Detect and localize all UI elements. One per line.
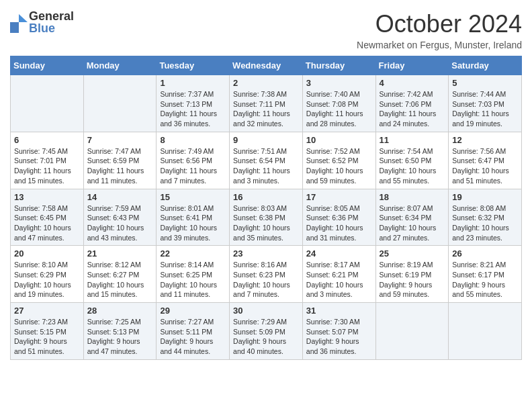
day-info: Sunrise: 8:07 AMSunset: 6:34 PMDaylight:… [380,204,437,242]
svg-marker-1 [19,14,28,22]
day-info: Sunrise: 7:23 AMSunset: 5:15 PMDaylight:… [14,318,68,355]
day-info: Sunrise: 7:42 AMSunset: 7:06 PMDaylight:… [380,90,437,128]
day-cell: 5Sunrise: 7:44 AMSunset: 7:03 PMDaylight… [449,75,522,132]
title-block: October 2024 Newmarket on Fergus, Munste… [357,10,522,50]
header-row: SundayMondayTuesdayWednesdayThursdayFrid… [11,56,522,75]
day-info: Sunrise: 7:59 AMSunset: 6:43 PMDaylight:… [87,204,144,242]
logo-blue-text: Blue [29,22,74,36]
day-number: 3 [306,78,372,88]
day-number: 4 [380,78,445,88]
day-cell: 10Sunrise: 7:52 AMSunset: 6:52 PMDayligh… [302,132,375,189]
logo-icon [10,13,28,33]
day-info: Sunrise: 7:37 AMSunset: 7:13 PMDaylight:… [160,90,217,128]
day-number: 19 [452,192,518,202]
day-cell: 14Sunrise: 7:59 AMSunset: 6:43 PMDayligh… [83,189,157,246]
day-cell: 11Sunrise: 7:54 AMSunset: 6:50 PMDayligh… [375,132,449,189]
day-info: Sunrise: 8:12 AMSunset: 6:27 PMDaylight:… [87,261,144,298]
col-header-monday: Monday [83,56,157,75]
day-cell: 26Sunrise: 8:21 AMSunset: 6:17 PMDayligh… [449,246,522,303]
day-number: 17 [306,192,372,202]
day-cell: 12Sunrise: 7:56 AMSunset: 6:47 PMDayligh… [449,132,522,189]
day-cell: 2Sunrise: 7:38 AMSunset: 7:11 PMDaylight… [230,75,303,132]
day-info: Sunrise: 8:01 AMSunset: 6:41 PMDaylight:… [160,204,217,242]
day-number: 31 [306,306,372,316]
day-info: Sunrise: 8:17 AMSunset: 6:21 PMDaylight:… [306,261,363,298]
day-number: 10 [306,135,372,145]
day-info: Sunrise: 8:08 AMSunset: 6:32 PMDaylight:… [452,204,509,242]
day-number: 22 [160,248,226,259]
day-number: 28 [87,306,153,316]
day-number: 12 [452,135,518,145]
day-info: Sunrise: 7:54 AMSunset: 6:50 PMDaylight:… [380,147,437,185]
day-number: 8 [160,135,226,145]
day-info: Sunrise: 7:25 AMSunset: 5:13 PMDaylight:… [87,318,141,355]
day-info: Sunrise: 7:40 AMSunset: 7:08 PMDaylight:… [306,90,363,128]
week-row-2: 6Sunrise: 7:45 AMSunset: 7:01 PMDaylight… [11,132,522,189]
day-cell: 18Sunrise: 8:07 AMSunset: 6:34 PMDayligh… [375,189,449,246]
day-number: 13 [14,192,80,202]
day-cell: 15Sunrise: 8:01 AMSunset: 6:41 PMDayligh… [157,189,230,246]
day-cell: 19Sunrise: 8:08 AMSunset: 6:32 PMDayligh… [449,189,522,246]
day-number: 9 [233,135,299,145]
day-number: 27 [14,306,80,316]
day-cell [11,75,84,132]
day-cell: 16Sunrise: 8:03 AMSunset: 6:38 PMDayligh… [230,189,303,246]
day-number: 5 [452,78,518,88]
day-cell: 13Sunrise: 7:58 AMSunset: 6:45 PMDayligh… [11,189,84,246]
day-cell: 30Sunrise: 7:29 AMSunset: 5:09 PMDayligh… [230,303,303,360]
day-number: 26 [452,248,518,259]
day-info: Sunrise: 8:16 AMSunset: 6:23 PMDaylight:… [233,261,290,298]
day-cell: 31Sunrise: 7:30 AMSunset: 5:07 PMDayligh… [302,303,375,360]
col-header-friday: Friday [375,56,449,75]
day-number: 6 [14,135,80,145]
day-info: Sunrise: 7:56 AMSunset: 6:47 PMDaylight:… [452,147,509,185]
day-cell: 23Sunrise: 8:16 AMSunset: 6:23 PMDayligh… [230,246,303,303]
day-info: Sunrise: 8:19 AMSunset: 6:19 PMDaylight:… [380,261,433,298]
day-number: 11 [380,135,445,145]
page-header: General Blue October 2024 Newmarket on F… [10,10,522,50]
day-cell: 1Sunrise: 7:37 AMSunset: 7:13 PMDaylight… [157,75,230,132]
day-number: 7 [87,135,153,145]
svg-rect-0 [10,22,19,33]
day-number: 18 [380,192,445,202]
day-cell: 21Sunrise: 8:12 AMSunset: 6:27 PMDayligh… [83,246,157,303]
day-cell: 8Sunrise: 7:49 AMSunset: 6:56 PMDaylight… [157,132,230,189]
day-cell: 6Sunrise: 7:45 AMSunset: 7:01 PMDaylight… [11,132,84,189]
day-cell [375,303,449,360]
day-number: 30 [233,306,299,316]
day-info: Sunrise: 7:29 AMSunset: 5:09 PMDaylight:… [233,318,287,355]
col-header-tuesday: Tuesday [157,56,230,75]
logo: General Blue [10,10,74,36]
day-cell: 7Sunrise: 7:47 AMSunset: 6:59 PMDaylight… [83,132,157,189]
day-info: Sunrise: 7:52 AMSunset: 6:52 PMDaylight:… [306,147,363,185]
day-number: 1 [160,78,226,88]
col-header-sunday: Sunday [11,56,84,75]
week-row-3: 13Sunrise: 7:58 AMSunset: 6:45 PMDayligh… [11,189,522,246]
day-cell: 17Sunrise: 8:05 AMSunset: 6:36 PMDayligh… [302,189,375,246]
day-cell: 28Sunrise: 7:25 AMSunset: 5:13 PMDayligh… [83,303,157,360]
day-number: 20 [14,248,80,259]
day-info: Sunrise: 7:27 AMSunset: 5:11 PMDaylight:… [160,318,214,355]
day-number: 24 [306,248,372,259]
day-info: Sunrise: 7:30 AMSunset: 5:07 PMDaylight:… [306,318,360,355]
day-info: Sunrise: 7:58 AMSunset: 6:45 PMDaylight:… [14,204,71,242]
day-number: 2 [233,78,299,88]
day-cell: 3Sunrise: 7:40 AMSunset: 7:08 PMDaylight… [302,75,375,132]
day-info: Sunrise: 7:45 AMSunset: 7:01 PMDaylight:… [14,147,71,185]
day-info: Sunrise: 8:21 AMSunset: 6:17 PMDaylight:… [452,261,506,298]
day-cell: 9Sunrise: 7:51 AMSunset: 6:54 PMDaylight… [230,132,303,189]
day-cell: 29Sunrise: 7:27 AMSunset: 5:11 PMDayligh… [157,303,230,360]
day-number: 21 [87,248,153,259]
day-info: Sunrise: 8:05 AMSunset: 6:36 PMDaylight:… [306,204,363,242]
day-info: Sunrise: 7:44 AMSunset: 7:03 PMDaylight:… [452,90,509,128]
col-header-saturday: Saturday [449,56,522,75]
week-row-1: 1Sunrise: 7:37 AMSunset: 7:13 PMDaylight… [11,75,522,132]
day-number: 23 [233,248,299,259]
day-number: 14 [87,192,153,202]
day-number: 25 [380,248,445,259]
day-cell: 20Sunrise: 8:10 AMSunset: 6:29 PMDayligh… [11,246,84,303]
day-info: Sunrise: 8:14 AMSunset: 6:25 PMDaylight:… [160,261,217,298]
day-cell: 27Sunrise: 7:23 AMSunset: 5:15 PMDayligh… [11,303,84,360]
day-info: Sunrise: 7:47 AMSunset: 6:59 PMDaylight:… [87,147,144,185]
day-cell: 25Sunrise: 8:19 AMSunset: 6:19 PMDayligh… [375,246,449,303]
